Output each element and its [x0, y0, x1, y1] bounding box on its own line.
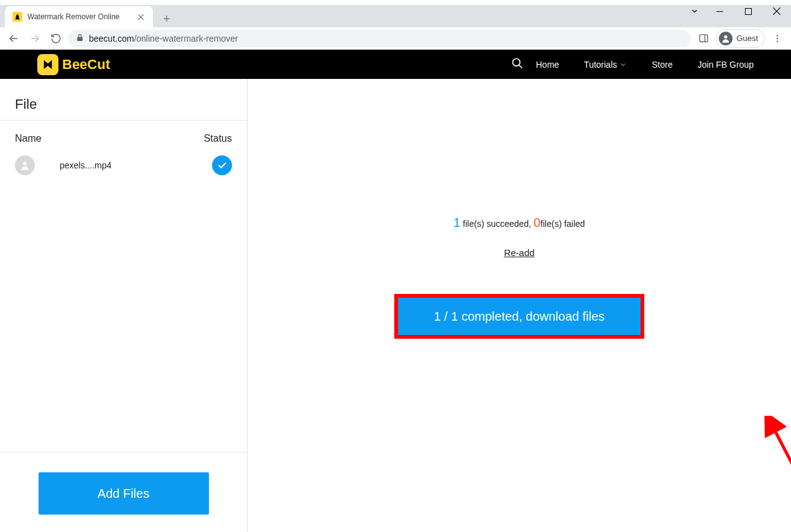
caret-down-icon[interactable]	[684, 2, 705, 21]
brand-logo[interactable]: BeeCut	[37, 54, 110, 75]
svg-line-17	[519, 65, 522, 68]
svg-point-14	[777, 37, 778, 39]
nav-tutorials[interactable]: Tutorials	[584, 60, 627, 70]
tab-title: Watermark Remover Online	[27, 12, 131, 21]
svg-rect-10	[700, 35, 708, 42]
svg-line-20	[773, 427, 791, 532]
brand-name: BeeCut	[62, 57, 110, 73]
readd-link[interactable]: Re-add	[504, 247, 534, 258]
close-window-button[interactable]	[762, 2, 791, 21]
nav-store[interactable]: Store	[652, 60, 672, 70]
maximize-button[interactable]	[734, 2, 762, 21]
sidebar: File Name Status pexels....mp4 Add Files	[0, 79, 247, 532]
address-bar: beecut.com/online-watermark-remover Gues…	[0, 27, 791, 50]
svg-point-18	[23, 162, 27, 165]
browser-chrome: Watermark Remover Online beecut.com/onli…	[0, 5, 791, 50]
svg-point-13	[777, 35, 778, 36]
file-type-icon	[15, 155, 35, 175]
succeeded-count: 1	[453, 216, 460, 229]
col-name: Name	[15, 133, 204, 144]
avatar-icon	[719, 32, 733, 45]
lock-icon	[76, 34, 84, 44]
side-panel-icon[interactable]	[695, 30, 712, 47]
favicon-icon	[12, 12, 22, 22]
failed-count: 0	[534, 216, 540, 229]
download-button[interactable]: 1 / 1 completed, download files	[398, 298, 641, 335]
svg-point-12	[724, 35, 728, 38]
url-field[interactable]: beecut.com/online-watermark-remover	[68, 30, 691, 47]
sidebar-header: File	[0, 79, 247, 121]
logo-icon	[37, 54, 58, 75]
file-list-header: Name Status	[0, 121, 247, 150]
window-controls	[684, 0, 791, 22]
browser-tab[interactable]: Watermark Remover Online	[5, 6, 153, 27]
svg-point-16	[512, 58, 520, 66]
new-tab-button[interactable]	[158, 10, 175, 27]
tab-strip: Watermark Remover Online	[0, 5, 791, 27]
sidebar-title: File	[15, 96, 232, 112]
nav-fb-group[interactable]: Join FB Group	[698, 60, 754, 70]
svg-rect-1	[745, 8, 751, 14]
profile-label: Guest	[736, 34, 758, 43]
status-summary: 1 file(s) succeeded, 0file(s) failed	[453, 216, 585, 230]
download-highlight: 1 / 1 completed, download files	[394, 294, 644, 339]
annotation-arrow-icon	[764, 416, 791, 532]
status-check-icon	[212, 155, 232, 175]
main-content: 1 file(s) succeeded, 0file(s) failed Re-…	[247, 79, 791, 532]
nav-home[interactable]: Home	[536, 60, 559, 70]
url-text: beecut.com/online-watermark-remover	[89, 34, 238, 44]
sidebar-footer: Add Files	[0, 452, 247, 532]
profile-chip[interactable]: Guest	[716, 29, 765, 48]
nav-links: Home Tutorials Store Join FB Group	[536, 60, 754, 70]
close-tab-icon[interactable]	[136, 12, 146, 22]
col-status: Status	[204, 133, 232, 144]
site-header: BeeCut Home Tutorials Store Join FB Grou…	[0, 50, 791, 79]
search-icon[interactable]	[511, 57, 524, 72]
back-button[interactable]	[5, 30, 22, 47]
kebab-menu-icon[interactable]	[769, 30, 786, 47]
chevron-down-icon	[619, 61, 627, 68]
reload-button[interactable]	[47, 30, 65, 47]
minimize-button[interactable]	[705, 2, 734, 21]
file-name: pexels....mp4	[46, 160, 201, 170]
svg-point-15	[777, 40, 778, 42]
add-files-button[interactable]: Add Files	[39, 472, 209, 515]
file-row[interactable]: pexels....mp4	[0, 150, 247, 180]
forward-button[interactable]	[26, 30, 44, 47]
